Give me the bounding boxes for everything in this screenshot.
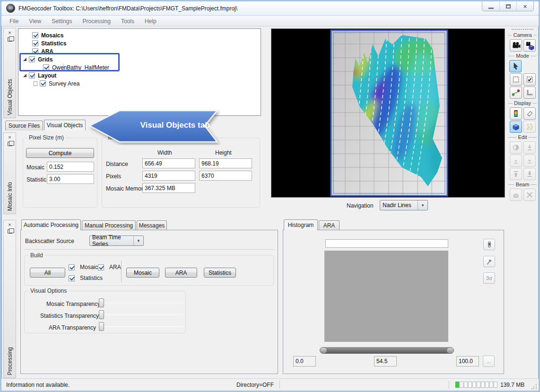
build-statistics-checkbox[interactable]: Statistics <box>69 275 103 281</box>
dock-float-icon[interactable] <box>8 37 12 42</box>
ara-transparency-slider[interactable] <box>99 322 185 331</box>
menu-processing[interactable]: Processing <box>78 17 116 26</box>
expand-open-icon[interactable] <box>23 74 26 77</box>
expand-closed-icon[interactable] <box>34 82 37 86</box>
checkbox[interactable] <box>32 48 38 54</box>
toolbar-grip[interactable] <box>512 29 533 31</box>
histogram-value-field[interactable] <box>325 239 448 248</box>
more-options-button[interactable]: ... <box>483 356 495 367</box>
beam-edit-button[interactable] <box>523 189 536 201</box>
move-to-top-button[interactable] <box>510 168 522 180</box>
histogram-min-field[interactable]: 0.0 <box>293 356 316 366</box>
maximize-button[interactable] <box>499 1 516 11</box>
checkbox[interactable] <box>43 64 49 70</box>
pixels-height-field[interactable]: 6370 <box>199 171 252 181</box>
tree-item-layout[interactable]: Layout <box>18 71 261 79</box>
colormap-button[interactable] <box>510 107 522 120</box>
expand-open-icon[interactable] <box>23 58 26 61</box>
build-mosaic-checkbox[interactable]: Mosaic <box>69 264 98 270</box>
tree-item-statistics[interactable]: Statistics <box>18 39 261 47</box>
tree-item-mosaics[interactable]: Mosaics <box>18 31 261 39</box>
tree-item-grids[interactable]: Grids <box>18 55 261 63</box>
tab-histogram[interactable]: Histogram <box>284 219 318 230</box>
menu-help[interactable]: Help <box>139 17 162 26</box>
dock-close-icon[interactable]: × <box>4 134 16 140</box>
map-viewport[interactable] <box>271 28 505 198</box>
build-all-button[interactable]: All <box>30 268 65 278</box>
pixels-width-field[interactable]: 4319 <box>142 171 195 181</box>
histogram-range-slider[interactable] <box>321 347 453 354</box>
slider-handle[interactable] <box>99 310 104 319</box>
menu-view[interactable]: View <box>24 17 46 26</box>
three-sigma-button[interactable]: 3σ <box>483 272 495 284</box>
dock-float-icon[interactable] <box>8 142 12 146</box>
menu-file[interactable]: File <box>4 17 24 26</box>
tab-automatic-processing[interactable]: Automatic Processing <box>21 219 81 230</box>
layer-down-small-button[interactable] <box>510 155 522 167</box>
tree-item-survey-area[interactable]: Survey Area <box>18 79 261 87</box>
camera-3d-button[interactable] <box>523 39 536 52</box>
resize-grip[interactable] <box>531 383 537 389</box>
dock-label-processing[interactable]: Processing <box>4 347 16 375</box>
mosaic-pixel-size-field[interactable]: 0.152 <box>47 162 94 172</box>
soundings-button[interactable] <box>523 121 536 133</box>
minimize-button[interactable] <box>482 1 499 11</box>
statistics-transparency-slider[interactable] <box>99 310 185 319</box>
slider-handle[interactable] <box>99 322 104 331</box>
dock-float-icon[interactable] <box>8 229 12 234</box>
checkbox[interactable] <box>32 32 38 38</box>
dock-label-visual-objects[interactable]: Visual Objects <box>4 79 16 115</box>
histogram-mid-field[interactable]: 54.5 <box>374 356 397 366</box>
backscatter-source-dropdown[interactable]: Beam Time Series ▼ <box>89 235 144 246</box>
checkbox[interactable] <box>69 264 75 270</box>
build-statistics-button[interactable]: Statistics <box>204 268 236 278</box>
measure-button[interactable] <box>523 87 536 99</box>
beam-pattern-button[interactable] <box>510 189 522 201</box>
tab-visual-objects[interactable]: Visual Objects <box>44 120 86 131</box>
gain-adjust-button[interactable] <box>483 239 495 250</box>
checkbox[interactable] <box>40 80 46 87</box>
select-mode-button[interactable] <box>509 60 522 72</box>
checkbox[interactable] <box>32 40 38 46</box>
select-confirm-button[interactable] <box>523 73 536 86</box>
mosaic-transparency-slider[interactable] <box>99 298 185 307</box>
histogram-canvas[interactable] <box>324 251 448 342</box>
checkbox[interactable] <box>29 56 35 62</box>
menu-settings[interactable]: Settings <box>46 17 77 26</box>
tab-messages[interactable]: Messages <box>137 220 167 230</box>
checkbox[interactable] <box>98 264 104 270</box>
build-mosaic-button[interactable]: Mosaic <box>126 268 159 278</box>
tab-manual-processing[interactable]: Manual Processing <box>82 220 136 230</box>
camera-snapshot-button[interactable] <box>510 39 522 52</box>
eraser-button[interactable] <box>523 107 536 120</box>
checkbox[interactable] <box>29 72 35 78</box>
move-to-bottom-button[interactable] <box>523 168 536 180</box>
distance-width-field[interactable]: 656.49 <box>142 158 195 168</box>
tree-item-ara[interactable]: ARA <box>18 47 261 55</box>
slider-handle[interactable] <box>99 298 104 307</box>
range-knob-left[interactable] <box>320 347 327 354</box>
menu-tools[interactable]: Tools <box>116 17 139 26</box>
auto-adjust-button[interactable] <box>483 256 495 267</box>
contrast-button[interactable] <box>510 141 522 154</box>
dock-label-mosaic-info[interactable]: Mosaic Info <box>4 182 16 211</box>
compute-button[interactable]: Compute <box>26 148 94 158</box>
view-3d-button[interactable] <box>510 121 522 133</box>
tab-source-files[interactable]: Source Files <box>5 121 43 131</box>
distance-height-field[interactable]: 968.19 <box>199 158 252 168</box>
dock-close-icon[interactable]: × <box>4 30 16 35</box>
rubber-band-select-button[interactable] <box>510 73 522 86</box>
tree-item-owenbathy[interactable]: OwenBathy_HalfMeter <box>18 63 261 71</box>
profile-line-button[interactable] <box>510 87 522 99</box>
build-ara-button[interactable]: ARA <box>165 268 197 278</box>
import-layer-button[interactable] <box>523 141 536 154</box>
checkbox[interactable] <box>69 275 75 281</box>
close-button[interactable]: × <box>516 1 533 11</box>
mosaic-memory-field[interactable]: 367.325 MB <box>142 183 195 193</box>
histogram-max-field[interactable]: 100.0 <box>456 356 479 366</box>
layer-down-button[interactable] <box>523 155 536 167</box>
navigation-dropdown[interactable]: Nadir Lines ▼ <box>380 200 428 210</box>
dock-close-icon[interactable]: × <box>4 222 16 227</box>
build-ara-checkbox[interactable]: ARA <box>98 264 121 270</box>
tab-ara-histogram[interactable]: ARA <box>319 220 340 230</box>
